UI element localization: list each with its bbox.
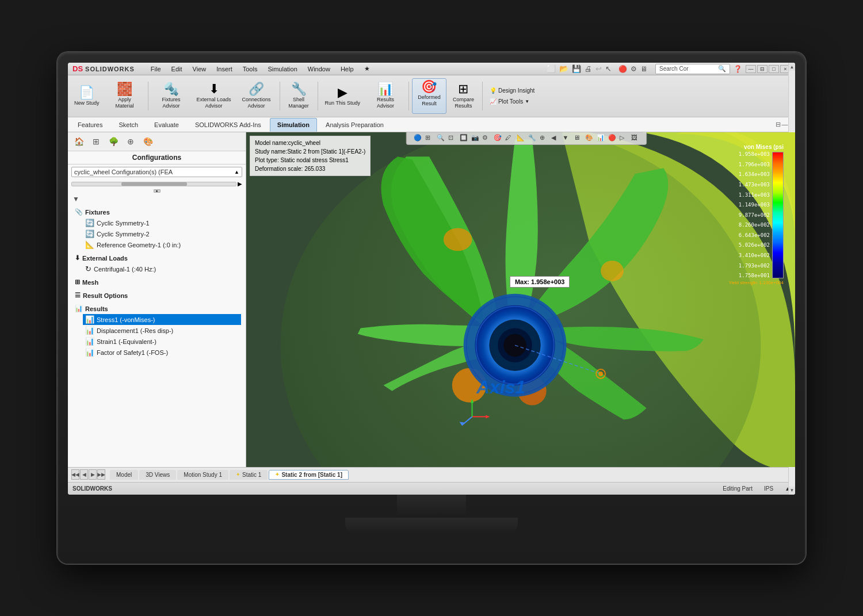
tab-motion-study[interactable]: Motion Study 1: [177, 470, 228, 480]
new-study-label: New Study: [74, 100, 100, 106]
tab-prev-btn[interactable]: ◀: [80, 469, 88, 480]
deformed-result-button[interactable]: 🎯 DeformedResult: [412, 78, 446, 114]
menu-edit[interactable]: Edit: [167, 64, 187, 74]
ref-geom-1[interactable]: 📐 Reference Geometry-1 (:0 in:): [83, 239, 241, 250]
search-icon[interactable]: 🔍: [718, 65, 726, 72]
results-advisor-button[interactable]: 📊 ResultsAdvisor: [365, 78, 406, 114]
apply-material-button[interactable]: 🧱 ApplyMaterial: [105, 78, 145, 114]
h-scrollbar[interactable]: [71, 182, 236, 186]
tab-static-1[interactable]: ✦ Static 1: [230, 470, 268, 480]
displacement1-item[interactable]: 📊 Displacement1 (-Res disp-): [83, 325, 241, 336]
panel-tree-btn[interactable]: 🌳: [106, 135, 121, 148]
h-scroll-thumb: [121, 182, 187, 186]
tab-3d-views[interactable]: 3D Views: [139, 470, 176, 480]
mesh-header[interactable]: ⊞ Mesh: [72, 277, 241, 288]
minimize-button[interactable]: —: [746, 65, 756, 73]
tab-analysis[interactable]: Analysis Preparation: [318, 118, 391, 132]
run-study-button[interactable]: ▶ Run This Study: [321, 78, 364, 114]
menu-tools[interactable]: Tools: [238, 64, 262, 74]
panel-home-btn[interactable]: 🏠: [71, 135, 86, 148]
title-bar: DS SOLIDWORKS File Edit View Insert Tool…: [68, 63, 795, 75]
tab-model[interactable]: Model: [110, 470, 138, 480]
plot-tools-button[interactable]: 📈 Plot Tools ▼: [486, 97, 533, 106]
stress1-item[interactable]: 📊 Stress1 (-vonMises-): [83, 314, 241, 325]
plot-tools-label: Plot Tools: [498, 98, 523, 105]
sep3: [318, 82, 318, 110]
new-study-icon: 📄: [79, 86, 94, 99]
fos1-label: Factor of Safety1 (-FOS-): [97, 349, 168, 356]
undo-icon[interactable]: ↩: [595, 64, 602, 73]
loads-label: External LoadsAdvisor: [197, 97, 231, 109]
config-dropdown[interactable]: cyclic_wheel Configuration(s) (FEA ▲: [71, 167, 242, 177]
menu-insert[interactable]: Insert: [212, 64, 237, 74]
panel-crosshair-btn[interactable]: ⊕: [123, 135, 138, 148]
panel-chart-btn[interactable]: 🎨: [140, 135, 155, 148]
results-tree-header[interactable]: 📊 Results: [72, 303, 241, 314]
fixtures-header[interactable]: 📎 Fixtures: [72, 206, 241, 217]
tab-sketch[interactable]: Sketch: [111, 118, 146, 132]
scroll-right-btn[interactable]: ▶: [238, 181, 242, 187]
result-options-header[interactable]: ☰ Result Options: [72, 290, 241, 301]
menu-help[interactable]: Help: [336, 64, 358, 74]
tab-static-2[interactable]: ✦ Static 2 from [Static 1]: [269, 470, 349, 480]
menu-view[interactable]: View: [188, 64, 211, 74]
tab-simulation[interactable]: Simulation: [270, 118, 317, 132]
external-loads-button[interactable]: ⬇ External LoadsAdvisor: [193, 78, 235, 114]
tab-addins[interactable]: SOLIDWORKS Add-Ins: [188, 118, 269, 132]
cyclic-sym-1-label: Cyclic Symmetry-1: [97, 220, 150, 227]
compare-results-button[interactable]: ⊞ CompareResults: [448, 78, 479, 114]
connections-label: ConnectionsAdvisor: [242, 97, 271, 109]
study-tree[interactable]: 📎 Fixtures 🔄 Cyclic Symmetry-1: [68, 204, 246, 467]
apply-material-icon: 🧱: [117, 83, 132, 95]
fixtures-advisor-button[interactable]: 🔩 FixturesAdvisor: [151, 78, 192, 114]
menu-simulation[interactable]: Simulation: [263, 64, 301, 74]
centrifugal-label: Centrifugal-1 (:40 Hz:): [94, 266, 156, 273]
open-icon[interactable]: 📂: [559, 64, 568, 73]
deformation-scale: Deformation scale: 265.033: [255, 164, 365, 173]
save-icon[interactable]: 💾: [572, 64, 581, 73]
restore-viewport-icon[interactable]: ⊟: [776, 121, 781, 128]
filter-icon[interactable]: ▼: [72, 195, 79, 203]
min-viewport-icon[interactable]: —: [782, 121, 788, 128]
maximize-button[interactable]: □: [769, 65, 779, 73]
new-doc-icon[interactable]: ⬜: [547, 64, 556, 73]
strain1-item[interactable]: 📊 Strain1 (-Equivalent-): [83, 336, 241, 347]
red-circle-icon[interactable]: 🔴: [618, 65, 627, 73]
loads-header[interactable]: ⬇ External Loads: [72, 252, 241, 263]
loads-label: External Loads: [82, 255, 128, 262]
tab-next-btn[interactable]: ▶: [89, 469, 97, 480]
tab-last-btn[interactable]: ▶▶: [97, 469, 105, 480]
cyclic-sym-2[interactable]: 🔄 Cyclic Symmetry-2: [83, 228, 241, 239]
new-study-button[interactable]: 📄 New Study: [70, 78, 104, 114]
menu-file[interactable]: File: [146, 64, 166, 74]
options-icon[interactable]: ⚙: [631, 65, 637, 73]
print-icon[interactable]: 🖨: [585, 64, 592, 73]
results-children: 📊 Stress1 (-vonMises-) 📊 Displacement1 (…: [83, 314, 241, 358]
svg-text:🎯: 🎯: [494, 133, 502, 141]
search-box[interactable]: Search Cor 🔍: [655, 64, 730, 74]
fos1-item[interactable]: 📊 Factor of Safety1 (-FOS-): [83, 347, 241, 358]
tab-features[interactable]: Features: [70, 118, 110, 132]
sim-star-1: ✦: [236, 472, 240, 477]
result-options-label: Result Options: [83, 292, 128, 299]
cyclic-sym-1[interactable]: 🔄 Cyclic Symmetry-1: [83, 217, 241, 228]
centrifugal-1[interactable]: ↻ Centrifugal-1 (:40 Hz:): [83, 263, 241, 274]
legend-val-2: 1.634e+003: [739, 172, 770, 177]
tab-evaluate[interactable]: Evaluate: [147, 118, 186, 132]
shell-icon: 🔧: [291, 83, 307, 95]
cursor-icon[interactable]: ↖: [605, 64, 612, 73]
svg-text:⚙: ⚙: [482, 134, 488, 141]
menu-pin[interactable]: ★: [360, 64, 375, 74]
question-icon[interactable]: ❓: [734, 65, 742, 73]
tab-first-btn[interactable]: ◀◀: [71, 469, 79, 480]
shell-manager-button[interactable]: 🔧 ShellManager: [283, 78, 315, 114]
design-insight-button[interactable]: 💡 Design Insight: [486, 86, 539, 95]
panel-grid-btn[interactable]: ⊞: [89, 135, 104, 148]
panel-collapse-btn[interactable]: ●: [154, 189, 161, 193]
viewport[interactable]: 🔵 ⊞ 🔍 ⊡ 🔲 📷 ⚙ 🎯 🖊 📐 🔧 ⊕: [246, 132, 795, 467]
restore-button[interactable]: ⊟: [757, 65, 767, 73]
compare-icon: ⊞: [458, 83, 468, 95]
connections-advisor-button[interactable]: 🔗 ConnectionsAdvisor: [236, 78, 277, 114]
monitor-icon[interactable]: 🖥: [640, 65, 647, 73]
menu-window[interactable]: Window: [303, 64, 335, 74]
